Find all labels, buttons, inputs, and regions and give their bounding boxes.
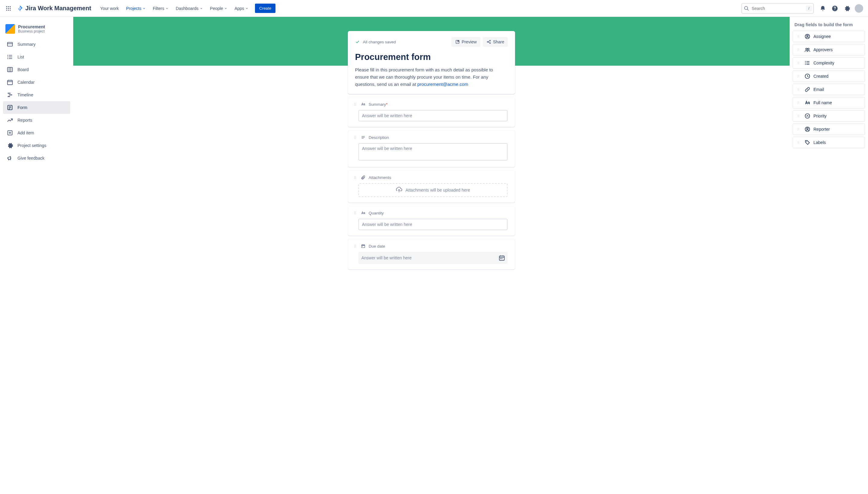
check-icon	[355, 39, 360, 44]
settings-icon	[7, 142, 13, 149]
form-icon	[7, 104, 13, 111]
drag-handle-icon[interactable]	[352, 101, 358, 107]
field-input[interactable]	[358, 219, 507, 230]
app-switcher-icon[interactable]	[4, 4, 13, 13]
form-field-due-date[interactable]: Due date	[348, 239, 515, 270]
person-icon	[805, 126, 810, 132]
chevron-down-icon	[245, 7, 248, 10]
field-label: Quantity	[369, 211, 384, 215]
chevron-down-icon	[200, 7, 203, 10]
palette-field-reporter[interactable]: Reporter	[793, 124, 865, 135]
form-field-description[interactable]: Description	[348, 130, 515, 167]
nav-item-projects[interactable]: Projects	[123, 4, 149, 13]
attachment-dropzone[interactable]: Attachments will be uploaded here	[358, 183, 507, 197]
notifications-icon[interactable]	[817, 3, 828, 14]
palette-field-complexity[interactable]: Complexity	[793, 57, 865, 69]
sidebar-item-list[interactable]: List	[3, 51, 70, 63]
palette-field-created[interactable]: Created	[793, 71, 865, 82]
sidebar-item-project-settings[interactable]: Project settings	[3, 139, 70, 152]
calendar-icon[interactable]	[498, 254, 505, 261]
clock-icon	[805, 73, 810, 79]
drag-handle-icon[interactable]	[796, 47, 801, 52]
form-description[interactable]: Please fill in this procurement form wit…	[355, 66, 508, 88]
nav-item-people[interactable]: People	[207, 4, 230, 13]
palette-field-priority[interactable]: Priority	[793, 110, 865, 122]
nav-item-filters[interactable]: Filters	[150, 4, 171, 13]
palette-field-email[interactable]: Email	[793, 84, 865, 95]
sidebar-item-calendar[interactable]: Calendar	[3, 76, 70, 89]
list-icon	[805, 60, 810, 66]
drag-handle-icon[interactable]	[352, 243, 358, 249]
drag-handle-icon[interactable]	[796, 60, 801, 65]
create-button[interactable]: Create	[255, 4, 275, 13]
summary-icon	[7, 41, 13, 48]
sidebar: Procurement Business project SummaryList…	[0, 17, 73, 494]
timeline-icon	[7, 92, 13, 98]
sidebar-item-timeline[interactable]: Timeline	[3, 89, 70, 101]
project-type: Business project	[18, 29, 45, 34]
chevron-down-icon	[165, 7, 168, 10]
nav-item-apps[interactable]: Apps	[232, 4, 251, 13]
drag-handle-icon[interactable]	[352, 175, 358, 180]
sidebar-item-reports[interactable]: Reports	[3, 114, 70, 127]
sidebar-item-add-item[interactable]: Add item	[3, 127, 70, 139]
additem-icon	[7, 130, 13, 136]
sidebar-item-board[interactable]: Board	[3, 63, 70, 76]
form-field-attachments[interactable]: AttachmentsAttachments will be uploaded …	[348, 170, 515, 203]
share-button[interactable]: Share	[483, 37, 508, 47]
product-logo[interactable]: Jira Work Management	[15, 5, 94, 12]
drag-handle-icon[interactable]	[796, 114, 801, 118]
top-navigation: Jira Work Management Your workProjectsFi…	[0, 0, 868, 17]
people-icon	[805, 47, 810, 53]
board-icon	[7, 66, 13, 73]
calendar-icon	[7, 79, 13, 86]
project-name: Procurement	[18, 24, 45, 29]
field-label: Due date	[369, 244, 385, 248]
form-title[interactable]: Procurement form	[355, 52, 508, 62]
drag-handle-icon[interactable]	[352, 210, 358, 216]
save-status: All changes saved	[355, 39, 396, 44]
palette-field-full-name[interactable]: Full name	[793, 97, 865, 109]
chevron-down-icon	[224, 7, 227, 10]
nav-item-your-work[interactable]: Your work	[97, 4, 122, 13]
project-header[interactable]: Procurement Business project	[3, 23, 70, 38]
drag-handle-icon[interactable]	[796, 127, 801, 132]
search-input[interactable]	[741, 3, 814, 14]
avatar[interactable]	[853, 3, 864, 14]
form-field-summary[interactable]: Summary*	[348, 97, 515, 127]
form-field-quantity[interactable]: Quantity	[348, 206, 515, 236]
drag-handle-icon[interactable]	[796, 87, 801, 92]
save-status-text: All changes saved	[363, 40, 396, 44]
preview-button[interactable]: Preview	[451, 37, 480, 47]
nav-item-dashboards[interactable]: Dashboards	[173, 4, 206, 13]
tag-icon	[805, 139, 810, 146]
sidebar-item-give-feedback[interactable]: Give feedback	[3, 152, 70, 165]
reports-icon	[7, 117, 13, 124]
list-icon	[7, 54, 13, 60]
drag-handle-icon[interactable]	[796, 100, 801, 105]
field-input[interactable]	[358, 110, 507, 121]
field-textarea[interactable]	[358, 143, 507, 160]
desc-icon	[361, 135, 366, 140]
drag-handle-icon[interactable]	[796, 34, 801, 39]
drag-handle-icon[interactable]	[352, 135, 358, 140]
help-icon[interactable]	[829, 3, 840, 14]
person-icon	[805, 34, 810, 39]
text-icon	[805, 100, 810, 106]
date-input[interactable]	[358, 252, 507, 264]
sidebar-item-summary[interactable]: Summary	[3, 38, 70, 51]
palette-field-labels[interactable]: Labels	[793, 137, 865, 148]
feedback-icon	[7, 155, 13, 162]
share-icon	[486, 39, 491, 44]
search-icon	[744, 6, 749, 11]
field-label: Summary*	[369, 102, 388, 107]
sidebar-item-form[interactable]: Form	[3, 101, 70, 114]
upload-icon	[396, 187, 402, 193]
palette-field-assignee[interactable]: Assignee	[793, 31, 865, 42]
drag-handle-icon[interactable]	[796, 140, 801, 145]
palette-field-approvers[interactable]: Approvers	[793, 44, 865, 55]
settings-icon[interactable]	[842, 3, 852, 14]
email-link[interactable]: procurement@acme.com	[418, 82, 468, 87]
jira-icon	[17, 5, 23, 12]
drag-handle-icon[interactable]	[796, 74, 801, 79]
